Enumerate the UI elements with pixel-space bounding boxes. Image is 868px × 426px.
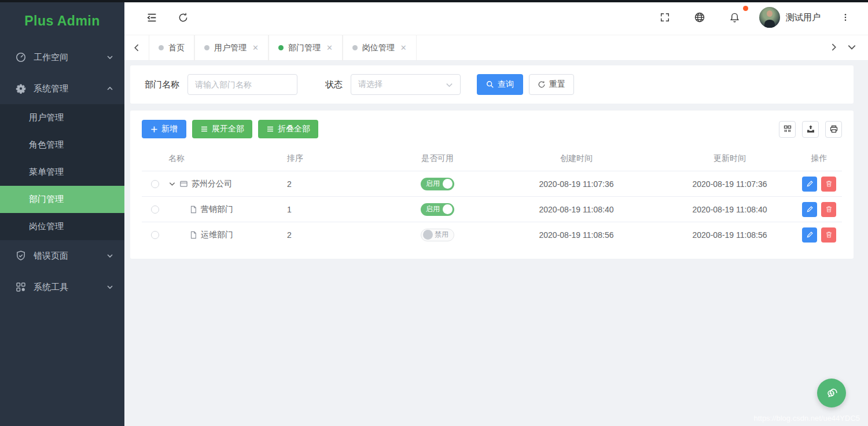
notification-badge [743, 6, 748, 11]
folder-icon [179, 179, 188, 188]
col-header-updated: 更新时间 [663, 153, 796, 164]
edit-button[interactable] [802, 177, 817, 192]
toggle-label: 禁用 [435, 230, 448, 240]
enabled-toggle[interactable]: 禁用 [421, 229, 454, 241]
sidebar-item-workspace[interactable]: 工作空间 [0, 42, 124, 73]
print-button[interactable] [825, 121, 842, 138]
created-time: 2020-08-19 11:08:56 [490, 230, 663, 240]
sidebar-item-system-management[interactable]: 系统管理 [0, 73, 124, 104]
sidebar-item-user-management[interactable]: 用户管理 [0, 104, 124, 131]
tree-expand-caret-icon[interactable] [168, 180, 176, 188]
tab-user-management[interactable]: 用户管理 ✕ [194, 35, 269, 61]
shield-check-icon [15, 250, 27, 262]
sidebar-item-error-pages[interactable]: 错误页面 [0, 240, 124, 271]
reset-button-label: 重置 [549, 79, 565, 90]
app-root: Plus Admin 工作空间 系统管理 用户管理 角色管理 菜单管理 部门管理… [0, 0, 868, 426]
chevron-up-icon [106, 85, 114, 93]
tab-status-dot [352, 45, 358, 50]
row-radio[interactable] [151, 180, 159, 188]
collapse-all-button[interactable]: 折叠全部 [258, 120, 318, 138]
tab-close-icon[interactable]: ✕ [326, 43, 333, 52]
tab-label: 岗位管理 [362, 43, 395, 53]
toggle-knob [443, 204, 453, 214]
sidebar-item-post-management[interactable]: 岗位管理 [0, 213, 124, 240]
edit-button[interactable] [802, 227, 817, 243]
tab-home[interactable]: 首页 [149, 35, 194, 61]
refresh-icon[interactable] [173, 8, 193, 27]
tab-label: 部门管理 [288, 43, 321, 53]
submenu-label: 部门管理 [29, 194, 64, 205]
updated-time: 2020-08-19 11:07:36 [663, 179, 796, 189]
dashboard-icon [15, 52, 27, 63]
toggle-knob [423, 230, 433, 240]
help-chat-fab[interactable] [817, 379, 846, 407]
dept-sort: 2 [287, 230, 385, 240]
tab-close-icon[interactable]: ✕ [252, 43, 259, 52]
dept-name-input[interactable] [187, 74, 297, 95]
tabs-scroll-left-icon[interactable] [124, 43, 149, 52]
dept-sort: 1 [287, 205, 385, 214]
col-header-sort: 排序 [287, 153, 385, 164]
row-radio[interactable] [151, 205, 159, 214]
reset-button[interactable]: 重置 [529, 74, 574, 95]
globe-icon[interactable] [690, 8, 709, 27]
add-button[interactable]: 新增 [142, 120, 186, 138]
status-select[interactable]: 请选择 [351, 74, 461, 95]
user-menu[interactable]: 测试用户 [759, 7, 821, 28]
delete-button[interactable] [821, 227, 836, 243]
sidebar-item-menu-management[interactable]: 菜单管理 [0, 159, 124, 186]
column-settings-button[interactable] [779, 121, 796, 138]
tab-label: 用户管理 [214, 43, 247, 53]
trash-icon [825, 205, 833, 213]
tab-post-management[interactable]: 岗位管理 ✕ [343, 35, 417, 61]
sidebar-item-role-management[interactable]: 角色管理 [0, 131, 124, 159]
list-icon [200, 125, 208, 133]
window-top-edge [0, 0, 868, 2]
fullscreen-icon[interactable] [655, 8, 675, 27]
enabled-toggle[interactable]: 启用 [421, 178, 454, 190]
row-radio[interactable] [151, 231, 159, 239]
kebab-menu-icon[interactable] [836, 8, 855, 27]
sidebar-item-label: 系统管理 [34, 83, 106, 94]
tab-close-icon[interactable]: ✕ [400, 43, 407, 52]
toggle-label: 启用 [426, 179, 440, 189]
status-label: 状态 [325, 79, 343, 90]
delete-button[interactable] [821, 177, 836, 192]
dept-sort: 2 [287, 179, 385, 189]
status-select-value: 请选择 [358, 79, 446, 90]
tabs-scroll-right-icon[interactable] [829, 43, 838, 53]
expand-all-label: 展开全部 [212, 124, 244, 134]
created-time: 2020-08-19 11:08:40 [490, 205, 663, 214]
sidebar-item-dept-management[interactable]: 部门管理 [0, 186, 124, 213]
file-icon [189, 205, 197, 214]
top-header: 测试用户 [124, 0, 868, 35]
table-row: 苏州分公司 2 启用 2020-08-19 11:07:36 2020-08-1… [142, 171, 842, 196]
tab-bar: 首页 用户管理 ✕ 部门管理 ✕ 岗位管理 ✕ [124, 35, 868, 61]
tabs-menu-chevron-icon[interactable] [847, 42, 856, 53]
sidebar-item-label: 错误页面 [34, 251, 106, 262]
collapse-sidebar-button[interactable] [142, 8, 161, 27]
updated-time: 2020-08-19 11:08:40 [663, 205, 796, 214]
edit-pencil-icon [806, 205, 814, 213]
enabled-toggle[interactable]: 启用 [421, 203, 454, 216]
chat-bubble-icon [823, 385, 840, 401]
chevron-down-icon [106, 283, 114, 291]
table-header-row: 名称 排序 是否可用 创建时间 更新时间 操作 [142, 146, 842, 171]
search-icon [486, 80, 494, 89]
chevron-down-icon [106, 252, 114, 260]
table-row: 营销部门 1 启用 2020-08-19 11:08:40 2020-08-19… [142, 196, 842, 222]
trash-icon [825, 180, 833, 188]
expand-all-button[interactable]: 展开全部 [192, 120, 252, 138]
dept-table-panel: 新增 展开全部 折叠全部 [130, 111, 854, 259]
tab-status-dot [204, 45, 209, 50]
tab-dept-management[interactable]: 部门管理 ✕ [269, 35, 343, 61]
search-button[interactable]: 查询 [477, 74, 523, 95]
sidebar-item-system-tools[interactable]: 系统工具 [0, 271, 124, 303]
submenu-label: 用户管理 [29, 112, 64, 123]
username: 测试用户 [786, 12, 821, 23]
notifications-bell-icon[interactable] [724, 8, 744, 27]
delete-button[interactable] [821, 202, 836, 217]
trash-icon [825, 231, 833, 238]
export-button[interactable] [802, 121, 819, 138]
edit-button[interactable] [802, 202, 817, 217]
